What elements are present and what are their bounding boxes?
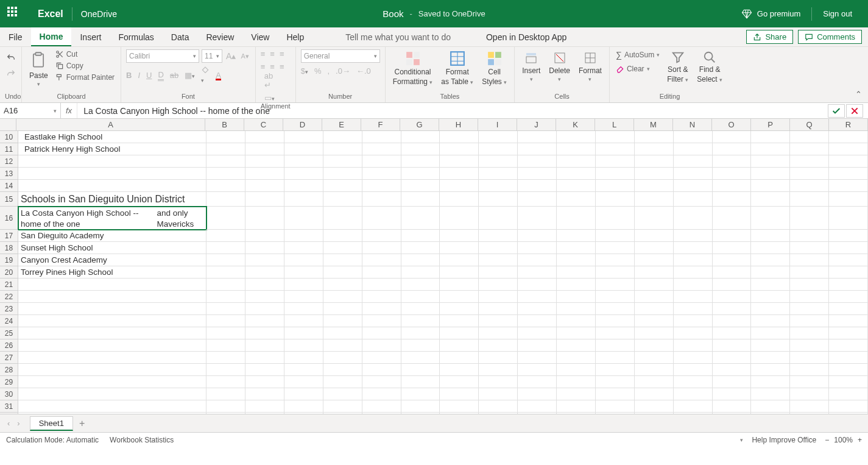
- cell[interactable]: [245, 315, 284, 327]
- comments-button[interactable]: Comments: [798, 30, 862, 44]
- cell[interactable]: [596, 143, 635, 155]
- cell[interactable]: [362, 388, 401, 400]
- cell[interactable]: [829, 168, 868, 180]
- cell[interactable]: [440, 230, 479, 242]
- cell[interactable]: [674, 364, 713, 376]
- cell[interactable]: [284, 180, 323, 192]
- tab-insert[interactable]: Insert: [71, 27, 110, 46]
- cell[interactable]: [635, 352, 674, 364]
- cell[interactable]: [479, 352, 518, 364]
- cell[interactable]: [713, 303, 752, 315]
- cell[interactable]: [440, 242, 479, 254]
- cell[interactable]: [790, 315, 829, 327]
- cell[interactable]: [713, 242, 752, 254]
- cell[interactable]: [674, 131, 713, 143]
- cell[interactable]: [713, 327, 752, 339]
- cell[interactable]: [790, 242, 829, 254]
- cell[interactable]: Patrick Henry High School: [18, 143, 206, 155]
- cell[interactable]: [635, 131, 674, 143]
- cell[interactable]: [284, 339, 323, 352]
- cell[interactable]: [674, 388, 713, 400]
- cell[interactable]: [323, 400, 362, 413]
- cell[interactable]: [790, 155, 829, 168]
- cell[interactable]: [245, 327, 284, 339]
- cell[interactable]: [323, 364, 362, 376]
- row-header[interactable]: 25: [0, 327, 18, 339]
- cell[interactable]: [284, 303, 323, 315]
- cell[interactable]: [284, 352, 323, 364]
- insert-cells-button[interactable]: Insert▾: [520, 49, 543, 84]
- cell[interactable]: [751, 279, 790, 291]
- cell[interactable]: [829, 413, 868, 414]
- align-top-button[interactable]: ≡: [261, 49, 266, 59]
- cell[interactable]: [829, 131, 868, 143]
- cell[interactable]: [284, 388, 323, 400]
- cell[interactable]: [401, 266, 440, 279]
- cell[interactable]: [284, 400, 323, 413]
- cell[interactable]: [401, 376, 440, 388]
- cell[interactable]: [18, 279, 206, 291]
- cell[interactable]: [479, 242, 518, 254]
- bold-button[interactable]: B: [126, 71, 132, 80]
- cell[interactable]: [18, 339, 206, 352]
- cell[interactable]: [401, 143, 440, 155]
- cell[interactable]: [596, 303, 635, 315]
- font-size-combo[interactable]: 11▾: [202, 49, 222, 63]
- cell[interactable]: [674, 155, 713, 168]
- cell[interactable]: [751, 266, 790, 279]
- cell[interactable]: [245, 143, 284, 155]
- cell[interactable]: [635, 207, 674, 230]
- cell[interactable]: [713, 413, 752, 414]
- cell[interactable]: [284, 207, 323, 230]
- tab-view[interactable]: View: [242, 27, 278, 46]
- sheet-nav-next[interactable]: ›: [13, 419, 23, 428]
- cell[interactable]: [323, 180, 362, 192]
- cell[interactable]: [440, 266, 479, 279]
- cell[interactable]: [790, 192, 829, 207]
- cell[interactable]: [751, 254, 790, 266]
- cell[interactable]: [479, 388, 518, 400]
- cell[interactable]: [18, 303, 206, 315]
- cell[interactable]: [245, 131, 284, 143]
- cell[interactable]: [674, 291, 713, 303]
- cell[interactable]: [790, 291, 829, 303]
- align-middle-button[interactable]: ≡: [270, 49, 275, 59]
- cell[interactable]: [829, 303, 868, 315]
- undo-icon[interactable]: [6, 53, 16, 63]
- cell[interactable]: [635, 230, 674, 242]
- cell[interactable]: [284, 279, 323, 291]
- cell[interactable]: [557, 376, 596, 388]
- cell[interactable]: [323, 376, 362, 388]
- cell[interactable]: [635, 291, 674, 303]
- cell[interactable]: [401, 155, 440, 168]
- location-label[interactable]: OneDrive: [72, 9, 125, 19]
- row-header[interactable]: 29: [0, 376, 18, 388]
- cell[interactable]: [713, 315, 752, 327]
- cell[interactable]: [18, 168, 206, 180]
- cell[interactable]: [479, 230, 518, 242]
- tab-file[interactable]: File: [0, 27, 31, 46]
- cell[interactable]: [557, 266, 596, 279]
- delete-cells-button[interactable]: Delete▾: [546, 49, 573, 84]
- cell[interactable]: [713, 155, 752, 168]
- cell[interactable]: [362, 327, 401, 339]
- cell[interactable]: [323, 230, 362, 242]
- cell[interactable]: [206, 131, 245, 143]
- cell[interactable]: [674, 143, 713, 155]
- cell[interactable]: [713, 180, 752, 192]
- align-bottom-button[interactable]: ≡: [280, 49, 284, 59]
- cell[interactable]: [401, 315, 440, 327]
- cell[interactable]: [284, 168, 323, 180]
- cell[interactable]: [751, 315, 790, 327]
- cell[interactable]: [557, 279, 596, 291]
- row-header[interactable]: 10: [0, 131, 18, 143]
- row-header[interactable]: 21: [0, 279, 18, 291]
- percent-button[interactable]: %: [314, 66, 322, 76]
- cell[interactable]: [751, 376, 790, 388]
- row-header[interactable]: 26: [0, 339, 18, 352]
- cell[interactable]: [713, 254, 752, 266]
- cell[interactable]: [440, 192, 479, 207]
- cell[interactable]: [557, 315, 596, 327]
- cell[interactable]: [284, 327, 323, 339]
- cell[interactable]: [401, 192, 440, 207]
